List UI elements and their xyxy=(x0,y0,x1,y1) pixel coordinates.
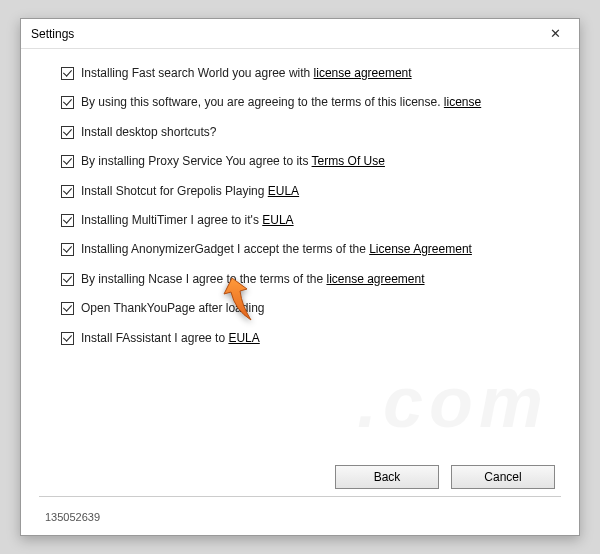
checkbox[interactable] xyxy=(61,96,74,109)
option-label: Installing AnonymizerGadget I accept the… xyxy=(81,241,472,258)
option-label: Install FAssistant I agree to EULA xyxy=(81,330,260,347)
checkbox[interactable] xyxy=(61,126,74,139)
annotation-arrow-icon xyxy=(222,276,264,326)
option-label: By installing Proxy Service You agree to… xyxy=(81,153,385,170)
checkbox[interactable] xyxy=(61,67,74,80)
checkbox[interactable] xyxy=(61,273,74,286)
eula-link[interactable]: EULA xyxy=(268,184,299,198)
checkbox[interactable] xyxy=(61,302,74,315)
option-row: By installing Proxy Service You agree to… xyxy=(61,153,557,170)
option-row: Open ThankYouPage after loading xyxy=(61,300,557,317)
close-icon: ✕ xyxy=(550,26,561,41)
button-row: Back Cancel xyxy=(335,465,555,489)
cancel-button[interactable]: Cancel xyxy=(451,465,555,489)
checkbox[interactable] xyxy=(61,214,74,227)
option-label: Installing Fast search World you agree w… xyxy=(81,65,412,82)
eula-link[interactable]: EULA xyxy=(228,331,259,345)
option-row: By using this software, you are agreeing… xyxy=(61,94,557,111)
option-row: Installing AnonymizerGadget I accept the… xyxy=(61,241,557,258)
option-label: Install desktop shortcuts? xyxy=(81,124,216,141)
footer-id: 135052639 xyxy=(45,511,100,523)
option-row: Install FAssistant I agree to EULA xyxy=(61,330,557,347)
checkbox[interactable] xyxy=(61,185,74,198)
license-link[interactable]: license agreement xyxy=(314,66,412,80)
terms-link[interactable]: Terms Of Use xyxy=(312,154,385,168)
license-link[interactable]: license agreement xyxy=(326,272,424,286)
checkbox[interactable] xyxy=(61,243,74,256)
settings-dialog: Settings ✕ Installing Fast search World … xyxy=(20,18,580,536)
option-label: Install Shotcut for Grepolis Playing EUL… xyxy=(81,183,299,200)
license-link[interactable]: License Agreement xyxy=(369,242,472,256)
checkbox[interactable] xyxy=(61,332,74,345)
license-link[interactable]: license xyxy=(444,95,481,109)
separator xyxy=(39,496,561,497)
option-label: By using this software, you are agreeing… xyxy=(81,94,481,111)
options-list: Installing Fast search World you agree w… xyxy=(21,49,579,371)
option-row: Installing Fast search World you agree w… xyxy=(61,65,557,82)
close-button[interactable]: ✕ xyxy=(541,23,569,45)
titlebar: Settings ✕ xyxy=(21,19,579,49)
back-button[interactable]: Back xyxy=(335,465,439,489)
option-row: Install Shotcut for Grepolis Playing EUL… xyxy=(61,183,557,200)
checkbox[interactable] xyxy=(61,155,74,168)
watermark: .com xyxy=(357,361,549,443)
option-row: Installing MultiTimer I agree to it's EU… xyxy=(61,212,557,229)
option-label: Installing MultiTimer I agree to it's EU… xyxy=(81,212,294,229)
window-title: Settings xyxy=(31,27,74,41)
option-row: By installing Ncase I agree to the terms… xyxy=(61,271,557,288)
eula-link[interactable]: EULA xyxy=(262,213,293,227)
option-row: Install desktop shortcuts? xyxy=(61,124,557,141)
